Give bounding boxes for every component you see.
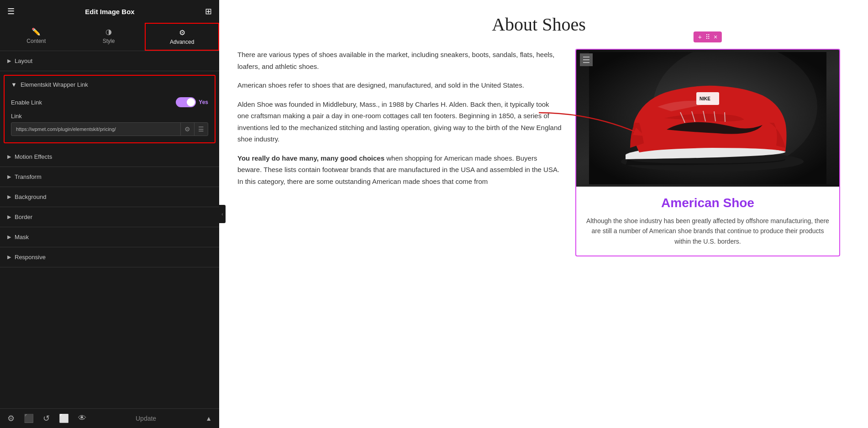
enable-link-toggle[interactable] — [176, 97, 196, 107]
mask-arrow: ▶ — [7, 234, 11, 240]
background-header[interactable]: ▶ Background — [0, 187, 219, 207]
link-field-container: Link ⚙ ☰ — [11, 113, 208, 136]
page-title: About Shoes — [237, 14, 840, 35]
image-box-content: American Shoe Although the shoe industry… — [576, 187, 839, 256]
paragraph-4: You really do have many, many good choic… — [237, 152, 562, 188]
toolbar-close-button[interactable]: × — [714, 33, 717, 41]
tab-content[interactable]: ✏️ Content — [0, 23, 73, 51]
panel-header: ☰ Edit Image Box ⊞ — [0, 0, 219, 23]
tab-advanced[interactable]: ⚙ Advanced — [145, 23, 219, 51]
content-columns: There are various types of shoes availab… — [237, 49, 840, 256]
layout-section: ▶ Layout — [0, 51, 219, 71]
transform-header[interactable]: ▶ Transform — [0, 167, 219, 187]
svg-rect-1 — [583, 59, 589, 60]
panel-content: ▶ Layout ▼ Elementskit Wrapper Link Enab… — [0, 51, 219, 408]
background-label: Background — [15, 193, 46, 200]
transform-arrow: ▶ — [7, 174, 11, 180]
svg-rect-0 — [583, 57, 589, 57]
link-input[interactable] — [11, 123, 180, 136]
shoe-image: NIKE — [576, 50, 839, 187]
tab-style-label: Style — [103, 38, 115, 44]
toolbar-add-button[interactable]: + — [698, 33, 702, 41]
toggle-value-label: Yes — [199, 99, 208, 105]
motion-effects-arrow: ▶ — [7, 154, 11, 160]
link-gear-icon[interactable]: ⚙ — [180, 123, 194, 136]
link-field-label: Link — [11, 113, 208, 120]
image-box-description: Although the shoe industry has been grea… — [585, 216, 830, 246]
link-input-row: ⚙ ☰ — [11, 122, 208, 136]
paragraph-1: There are various types of shoes availab… — [237, 49, 562, 72]
tab-style[interactable]: ◑ Style — [73, 23, 145, 51]
responsive-label: Responsive — [15, 254, 46, 261]
border-header[interactable]: ▶ Border — [0, 207, 219, 227]
wrapper-link-body: Enable Link Yes Link ⚙ — [5, 94, 215, 142]
border-label: Border — [15, 214, 32, 220]
mask-label: Mask — [15, 234, 29, 240]
layout-section-header[interactable]: ▶ Layout — [0, 51, 219, 71]
paragraph-2: American shoes refer to shoes that are d… — [237, 79, 562, 91]
paragraph-3: Alden Shoe was founded in Middlebury, Ma… — [237, 99, 562, 145]
history-icon[interactable]: ↺ — [43, 413, 50, 423]
settings-icon[interactable]: ⚙ — [7, 413, 15, 423]
background-section: ▶ Background — [0, 187, 219, 207]
responsive-header[interactable]: ▶ Responsive — [0, 247, 219, 267]
toggle-container: Yes — [176, 97, 208, 107]
left-panel: ☰ Edit Image Box ⊞ ✏️ Content ◑ Style ⚙ … — [0, 0, 219, 428]
mask-header[interactable]: ▶ Mask — [0, 227, 219, 247]
motion-effects-label: Motion Effects — [15, 153, 52, 160]
preview-icon[interactable]: 👁 — [78, 413, 86, 423]
bottom-icons: ⚙ ⬛ ↺ ⬜ 👁 — [7, 413, 86, 423]
style-icon: ◑ — [105, 27, 112, 36]
tab-advanced-label: Advanced — [170, 39, 194, 45]
wrapper-link-title: Elementskit Wrapper Link — [21, 81, 88, 88]
layers-icon[interactable]: ⬛ — [24, 413, 34, 423]
image-box-title: American Shoe — [585, 196, 830, 210]
advanced-icon: ⚙ — [179, 28, 185, 37]
motion-effects-section: ▶ Motion Effects — [0, 147, 219, 167]
image-box-column: + ⠿ × — [575, 49, 840, 256]
background-arrow: ▶ — [7, 194, 11, 200]
link-lines-icon[interactable]: ☰ — [194, 123, 208, 136]
layout-arrow: ▶ — [7, 58, 11, 64]
motion-effects-header[interactable]: ▶ Motion Effects — [0, 147, 219, 167]
transform-label: Transform — [15, 173, 42, 180]
grid-icon[interactable]: ⊞ — [205, 6, 212, 16]
toolbar-move-button[interactable]: ⠿ — [705, 33, 710, 41]
panel-title: Edit Image Box — [15, 8, 205, 16]
tab-content-label: Content — [26, 38, 46, 44]
enable-link-row: Enable Link Yes — [11, 97, 208, 107]
responsive-section: ▶ Responsive — [0, 247, 219, 267]
svg-rect-2 — [583, 62, 589, 63]
main-content: About Shoes There are various types of s… — [219, 0, 868, 428]
transform-section: ▶ Transform — [0, 167, 219, 187]
image-box-toolbar: + ⠿ × — [694, 31, 722, 42]
svg-line-10 — [725, 112, 725, 122]
svg-text:NIKE: NIKE — [700, 96, 710, 101]
enable-link-label: Enable Link — [11, 99, 42, 106]
update-button[interactable]: Update — [136, 415, 156, 422]
bottom-bar: ⚙ ⬛ ↺ ⬜ 👁 Update ▲ — [0, 408, 219, 428]
responsive-arrow: ▶ — [7, 254, 11, 260]
image-box-widget: NIKE American Shoe Although the shoe ind… — [575, 49, 840, 256]
resize-handle[interactable] — [580, 53, 593, 66]
hamburger-icon[interactable]: ☰ — [7, 6, 15, 16]
collapse-button[interactable]: ▲ — [205, 415, 212, 422]
toggle-knob — [187, 98, 195, 106]
wrapper-link-section: ▼ Elementskit Wrapper Link Enable Link Y… — [4, 75, 216, 143]
page-area: About Shoes There are various types of s… — [219, 0, 858, 270]
paragraph-4-bold: You really do have many, many good choic… — [237, 154, 384, 162]
mask-section: ▶ Mask — [0, 227, 219, 247]
content-icon: ✏️ — [32, 27, 41, 36]
wrapper-link-arrow: ▼ — [11, 81, 17, 88]
responsive-icon[interactable]: ⬜ — [59, 413, 69, 423]
wrapper-link-header[interactable]: ▼ Elementskit Wrapper Link — [5, 76, 215, 94]
border-arrow: ▶ — [7, 214, 11, 220]
tab-bar: ✏️ Content ◑ Style ⚙ Advanced — [0, 23, 219, 51]
layout-label: Layout — [15, 57, 32, 64]
text-column: There are various types of shoes availab… — [237, 49, 562, 194]
border-section: ▶ Border — [0, 207, 219, 227]
